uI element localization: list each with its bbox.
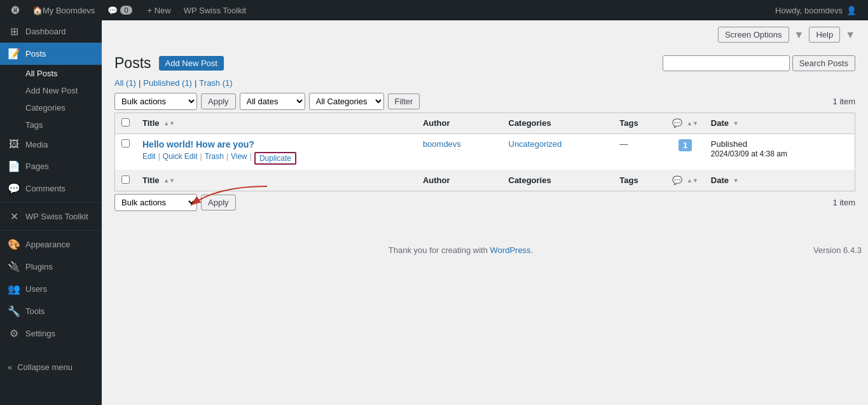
action-quick-edit[interactable]: Quick Edit xyxy=(163,152,198,165)
edit-link[interactable]: Edit xyxy=(142,152,156,161)
sidebar-item-settings[interactable]: ⚙ Settings xyxy=(0,322,102,345)
col-categories-footer: Categories xyxy=(502,170,614,191)
row-categories-cell: Uncategorized xyxy=(502,134,614,170)
footer: Thank you for creating with WordPress. V… xyxy=(102,239,868,261)
sidebar-item-label: Settings xyxy=(25,329,55,338)
col-comments-footer: 💬 ▲▼ xyxy=(666,170,704,191)
col-comments-header: 💬 ▲▼ xyxy=(666,113,704,134)
new-content-item[interactable]: + New xyxy=(141,0,177,20)
wp-logo-item[interactable]: 🅦 xyxy=(5,0,26,20)
date-value: 2024/03/09 at 4:38 am xyxy=(711,149,787,158)
col-categories-header: Categories xyxy=(502,113,614,134)
select-all-checkbox-top[interactable] xyxy=(121,118,130,127)
pages-icon: 📄 xyxy=(8,160,20,172)
trash-link[interactable]: Trash xyxy=(205,152,224,161)
footer-version: Version 6.4.3 xyxy=(813,245,862,255)
toolkit-item[interactable]: WP Swiss Toolkit xyxy=(177,0,253,20)
sidebar-item-comments[interactable]: 💬 Comments xyxy=(0,177,102,200)
col-date-footer[interactable]: Date ▼ xyxy=(705,170,855,191)
sidebar-item-label: Users xyxy=(25,284,47,294)
sidebar-item-tags[interactable]: Tags xyxy=(0,116,102,134)
posts-icon: 📝 xyxy=(8,48,20,60)
view-link[interactable]: View xyxy=(231,152,247,161)
site-name-label: My Boomdevs xyxy=(43,6,95,15)
categories-select[interactable]: All Categories Uncategorized xyxy=(309,93,384,110)
sidebar-item-dashboard[interactable]: ⊞ Dashboard xyxy=(0,20,102,43)
quick-edit-link[interactable]: Quick Edit xyxy=(163,152,198,161)
col-checkbox-header xyxy=(115,113,137,134)
filter-published[interactable]: Published (1) xyxy=(143,78,192,88)
search-posts-button[interactable]: Search Posts xyxy=(792,55,855,71)
col-date-header[interactable]: Date ▼ xyxy=(705,113,855,134)
dates-select[interactable]: All dates March 2024 xyxy=(240,93,305,110)
categories-link[interactable]: Uncategorized xyxy=(509,139,562,149)
duplicate-button[interactable]: Duplicate xyxy=(254,152,296,165)
col-title-footer[interactable]: Title ▲▼ xyxy=(136,170,417,191)
action-edit[interactable]: Edit xyxy=(142,152,156,165)
filter-button[interactable]: Filter xyxy=(388,93,420,109)
toolkit-icon: ✕ xyxy=(8,210,20,223)
sep-1: | xyxy=(139,78,141,88)
sidebar-item-label: Plugins xyxy=(25,262,53,271)
howdy-item[interactable]: Howdy, boomdevs 👤 xyxy=(769,0,863,20)
categories-col-label: Categories xyxy=(509,118,551,128)
row-actions: Edit | Quick Edit | Trash | View | Dupli… xyxy=(142,152,410,165)
sidebar-item-pages[interactable]: 📄 Pages xyxy=(0,155,102,177)
apply-button-top[interactable]: Apply xyxy=(201,93,236,109)
help-button[interactable]: Help xyxy=(809,27,840,43)
sep-view-dup: | xyxy=(250,152,252,165)
select-all-checkbox-bottom[interactable] xyxy=(121,175,130,184)
date-col-label: Date xyxy=(711,118,729,128)
bulk-actions-select-top[interactable]: Bulk actions Edit Move to Trash xyxy=(114,93,197,110)
screen-options-button[interactable]: Screen Options xyxy=(718,27,789,43)
col-tags-header: Tags xyxy=(613,113,666,134)
col-checkbox-footer xyxy=(115,170,137,191)
comments-col-icon: 💬 xyxy=(672,118,682,128)
sidebar-item-label: Pages xyxy=(25,161,49,171)
sidebar-item-tools[interactable]: 🔧 Tools xyxy=(0,300,102,322)
author-link[interactable]: boomdevs xyxy=(423,139,461,149)
action-trash[interactable]: Trash xyxy=(205,152,224,165)
sidebar-item-label: Posts xyxy=(25,49,46,58)
toolkit-label: WP Swiss Toolkit xyxy=(184,6,247,15)
my-boomdevs-item[interactable]: 🏠 My Boomdevs xyxy=(26,0,101,20)
add-new-post-button[interactable]: Add New Post xyxy=(159,56,224,71)
sidebar-item-categories[interactable]: Categories xyxy=(0,99,102,116)
sidebar-item-all-posts[interactable]: All Posts xyxy=(0,65,102,82)
col-author-footer: Author xyxy=(417,170,502,191)
comment-count-badge: 0 xyxy=(120,6,132,15)
search-input[interactable] xyxy=(663,55,790,71)
settings-icon: ⚙ xyxy=(8,327,20,340)
collapse-menu-button[interactable]: « Collapse menu xyxy=(0,357,102,377)
row-checkbox[interactable] xyxy=(121,139,130,148)
row-tags-cell: — xyxy=(613,134,666,170)
screen-options-arrow: ▼ xyxy=(794,29,804,41)
admin-bar: 🅦 🏠 My Boomdevs 💬 0 + New WP Swiss Toolk… xyxy=(0,0,868,20)
sep-trash-view: | xyxy=(226,152,228,165)
wordpress-link[interactable]: WordPress xyxy=(490,245,531,255)
row-date-cell: Published 2024/03/09 at 4:38 am xyxy=(705,134,855,170)
page-title: Posts xyxy=(114,54,151,73)
plugins-icon: 🔌 xyxy=(8,261,20,273)
sidebar-item-appearance[interactable]: 🎨 Appearance xyxy=(0,233,102,256)
post-title-link[interactable]: Hello world! How are you? xyxy=(142,139,254,149)
sidebar: ⊞ Dashboard 📝 Posts All Posts Add New Po… xyxy=(0,20,102,405)
sidebar-item-plugins[interactable]: 🔌 Plugins xyxy=(0,256,102,278)
sidebar-item-posts[interactable]: 📝 Posts xyxy=(0,43,102,65)
page-header: Posts Add New Post Search Posts xyxy=(114,48,855,73)
sep-quick-trash: | xyxy=(200,152,202,165)
sidebar-item-users[interactable]: 👥 Users xyxy=(0,278,102,300)
comment-count[interactable]: 1 xyxy=(679,139,692,151)
sidebar-item-media[interactable]: 🖼 Media xyxy=(0,134,102,155)
filter-trash[interactable]: Trash (1) xyxy=(199,78,232,88)
sidebar-item-label: Media xyxy=(25,140,48,149)
sidebar-item-add-new-post[interactable]: Add New Post xyxy=(0,82,102,99)
sidebar-item-wp-swiss-toolkit[interactable]: ✕ WP Swiss Toolkit xyxy=(0,205,102,228)
action-view[interactable]: View xyxy=(231,152,247,165)
apply-button-bottom[interactable]: Apply xyxy=(201,195,236,210)
bulk-actions-select-bottom[interactable]: Bulk actions Edit Move to Trash xyxy=(114,194,197,211)
col-title-header[interactable]: Title ▲▼ xyxy=(136,113,417,134)
filter-all[interactable]: All (1) xyxy=(114,78,136,88)
users-icon: 👥 xyxy=(8,283,20,295)
comments-bar-item[interactable]: 💬 0 xyxy=(101,0,141,20)
